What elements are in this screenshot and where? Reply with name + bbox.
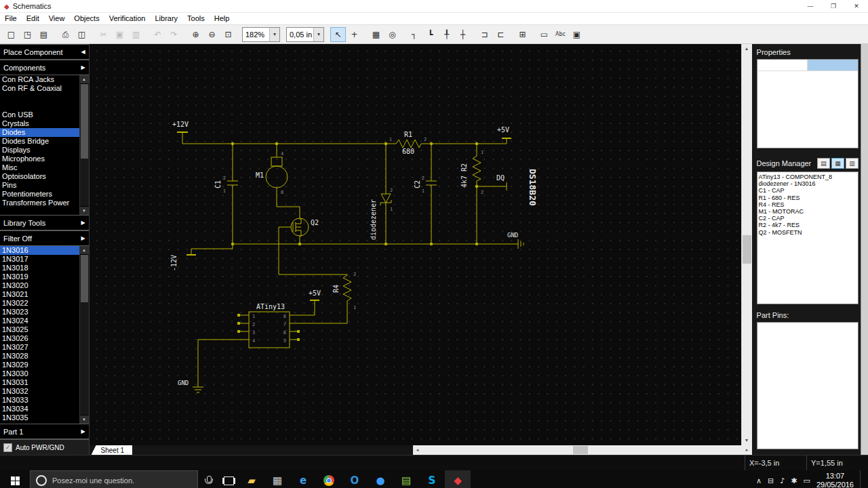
category-item[interactable]: Microphones: [0, 155, 80, 163]
scrollbar-thumb[interactable]: [743, 235, 751, 264]
bus-tool-button[interactable]: ┗: [422, 27, 438, 42]
part-header[interactable]: Part 1 ▶: [0, 424, 89, 439]
canvas-vertical-scrollbar[interactable]: ▲ ▼: [741, 44, 752, 445]
taskbar-app-skype[interactable]: S: [419, 470, 445, 488]
find-button[interactable]: ◎: [384, 27, 400, 42]
zoom-out-button[interactable]: ⊖: [204, 27, 220, 42]
tray-expand-icon[interactable]: ∧: [756, 476, 762, 485]
start-button[interactable]: [0, 470, 30, 488]
design-manager-item[interactable]: diodezener - 1N3016: [759, 180, 858, 187]
tray-display-icon[interactable]: ⊟: [768, 476, 774, 485]
scroll-down-icon[interactable]: ▼: [80, 206, 89, 215]
sheet-view-button[interactable]: ▦: [368, 27, 384, 42]
category-item[interactable]: [0, 93, 80, 102]
taskbar-app-edge[interactable]: e: [290, 470, 316, 488]
part-item[interactable]: 1N3031: [0, 378, 80, 387]
wire-tool-button[interactable]: ┐: [406, 27, 422, 42]
save-button[interactable]: ▤: [36, 27, 52, 42]
net-tool-button[interactable]: ╀: [439, 27, 454, 42]
cut-button[interactable]: ✂: [96, 27, 111, 42]
components-header[interactable]: Components ▶: [0, 60, 89, 75]
zoom-in-button[interactable]: ⊕: [188, 27, 203, 42]
menu-item[interactable]: Library: [150, 13, 182, 24]
copy-button[interactable]: ▣: [112, 27, 127, 42]
port-input-button[interactable]: ⊐: [477, 27, 492, 42]
part-item[interactable]: 1N3030: [0, 369, 80, 378]
category-item[interactable]: Diodes Bridge: [0, 137, 80, 146]
part-item[interactable]: 1N3018: [0, 264, 80, 272]
part-item[interactable]: 1N3035: [0, 413, 80, 422]
category-item[interactable]: Con RCA Jacks: [0, 75, 80, 84]
menu-item[interactable]: Objects: [69, 13, 104, 24]
taskbar-clock[interactable]: 13:07 29/05/2016: [816, 472, 854, 488]
category-item[interactable]: Transformers Power: [0, 199, 80, 207]
tray-notifications-icon[interactable]: ▭: [804, 476, 810, 485]
part-item[interactable]: 1N3027: [0, 343, 80, 352]
design-manager-item[interactable]: M1 - MOTORAC: [759, 208, 858, 215]
design-manager-item[interactable]: R1 - 680 - RES: [759, 195, 858, 201]
scroll-up-icon[interactable]: ▲: [80, 246, 89, 255]
grid-select[interactable]: 0,05 in ▾: [286, 27, 324, 42]
scrollbar-thumb[interactable]: [81, 255, 88, 302]
design-manager-item[interactable]: ATiny13 - COMPONENT_8: [759, 174, 858, 180]
tray-volume-icon[interactable]: ♪: [780, 476, 785, 485]
part-item[interactable]: 1N3036: [0, 422, 80, 424]
zoom-select[interactable]: 182% ▾: [242, 27, 280, 42]
scroll-up-icon[interactable]: ▲: [80, 75, 89, 84]
undo-button[interactable]: ↶: [150, 27, 165, 42]
port-output-button[interactable]: ⊏: [493, 27, 509, 42]
design-manager-item[interactable]: C1 - CAP: [759, 187, 858, 194]
scrollbar-thumb[interactable]: [573, 446, 588, 454]
scroll-up-icon[interactable]: ▲: [742, 44, 752, 54]
menu-item[interactable]: Help: [210, 13, 235, 24]
scroll-down-icon[interactable]: ▼: [80, 415, 89, 424]
chevron-right-icon[interactable]: ▶: [81, 64, 85, 70]
part-item[interactable]: 1N3024: [0, 317, 80, 325]
paste-button[interactable]: ▥: [128, 27, 144, 42]
scroll-down-icon[interactable]: ▼: [742, 436, 752, 445]
properties-grid[interactable]: [757, 59, 859, 148]
category-item[interactable]: Diodes: [0, 128, 80, 137]
minimize-button[interactable]: —: [799, 1, 822, 12]
category-item[interactable]: Con USB: [0, 110, 80, 119]
part-item[interactable]: 1N3033: [0, 396, 80, 405]
schematic-svg[interactable]: +12V +5V -12V R1 680 C1 M1 Q2 diodezener…: [90, 44, 742, 445]
design-manager-item[interactable]: R4 - RES: [759, 201, 858, 208]
category-item[interactable]: Crystals: [0, 119, 80, 128]
library-tools-header[interactable]: Library Tools ▶: [0, 215, 89, 230]
design-manager-item[interactable]: C2 - CAP: [759, 215, 858, 222]
show-desktop-button[interactable]: [860, 470, 864, 488]
part-item[interactable]: 1N3020: [0, 281, 80, 290]
taskbar-app-schematics[interactable]: ◆: [445, 470, 471, 488]
properties-cell-left[interactable]: [757, 60, 808, 70]
close-button[interactable]: ✕: [845, 1, 868, 12]
right-panel-scrollbar[interactable]: [861, 44, 868, 455]
part-item[interactable]: 1N3019: [0, 272, 80, 281]
properties-cell-selected[interactable]: [808, 60, 858, 70]
task-view-button[interactable]: [218, 470, 239, 488]
microphone-button[interactable]: [198, 470, 218, 488]
chevron-right-icon[interactable]: ▶: [81, 235, 85, 241]
part-item[interactable]: 1N3025: [0, 325, 80, 334]
menu-item[interactable]: Verification: [104, 13, 151, 24]
part-item[interactable]: 1N3029: [0, 361, 80, 369]
new-document-button[interactable]: □: [3, 27, 19, 42]
design-manager-item[interactable]: Q2 - MOSFETN: [759, 229, 858, 236]
taskbar-search[interactable]: Posez-moi une question.: [30, 470, 198, 488]
part-item[interactable]: 1N3023: [0, 308, 80, 317]
auto-pwr-gnd-checkbox[interactable]: ✓: [3, 443, 12, 452]
category-item[interactable]: Pins: [0, 181, 80, 190]
chevron-down-icon[interactable]: ▾: [269, 28, 279, 41]
part-scrollbar[interactable]: ▲ ▼: [79, 246, 89, 424]
open-button[interactable]: ◳: [20, 27, 35, 42]
part-item[interactable]: 1N3032: [0, 387, 80, 396]
part-item[interactable]: 1N3022: [0, 299, 80, 308]
collapse-left-icon[interactable]: ◀: [81, 49, 85, 55]
part-item[interactable]: 1N3026: [0, 334, 80, 343]
crosshair-tool-button[interactable]: +: [347, 27, 362, 42]
sheet-tab[interactable]: Sheet 1: [92, 445, 132, 455]
text-tool-button[interactable]: Abc: [553, 27, 568, 42]
filter-header[interactable]: Filter Off ▶: [0, 230, 89, 246]
part-item[interactable]: 1N3017: [0, 255, 80, 264]
tray-network-icon[interactable]: ✱: [791, 476, 797, 485]
